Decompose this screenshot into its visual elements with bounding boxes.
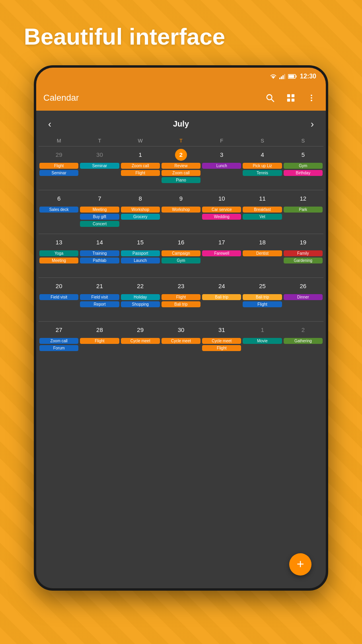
day-cell[interactable]: 7MeetingBuy giftConcert [79, 193, 120, 230]
event-pill[interactable]: Bali trip [162, 301, 200, 307]
event-pill[interactable]: Passport [121, 250, 160, 256]
event-pill[interactable]: Pick up Liz [243, 163, 282, 169]
day-cell[interactable]: 29Cycle meet [120, 324, 161, 362]
event-pill[interactable]: Dentist [243, 250, 282, 256]
event-pill[interactable]: Campaign [162, 250, 200, 256]
prev-month-button[interactable]: ‹ [44, 117, 55, 131]
event-pill[interactable]: Car service [202, 207, 241, 213]
event-pill[interactable]: Flight [243, 301, 282, 307]
event-pill[interactable]: Training [80, 250, 119, 256]
event-pill[interactable]: Dinner [284, 294, 323, 300]
day-cell[interactable]: 1Movie [242, 324, 282, 362]
event-pill[interactable]: Workshop [121, 207, 160, 213]
day-cell[interactable]: 1Zoom callFlight [120, 149, 161, 187]
event-pill[interactable]: Report [80, 301, 119, 307]
day-cell[interactable]: 22HolidayShopping [120, 280, 161, 318]
day-cell[interactable]: 23FlightBali trip [161, 280, 201, 318]
event-pill[interactable]: Flight [39, 163, 78, 169]
event-pill[interactable]: Breakfast [243, 207, 282, 213]
event-pill[interactable]: Workshop [162, 207, 200, 213]
day-cell[interactable]: 25Bali tripFlight [242, 280, 282, 318]
day-cell[interactable]: 31Cycle meetFlight [201, 324, 242, 362]
event-pill[interactable]: Zoom call [162, 170, 200, 176]
event-pill[interactable]: Farewell [202, 250, 241, 256]
day-cell[interactable]: 10Car serviceWedding [201, 193, 242, 230]
month-label: July [173, 119, 189, 129]
event-pill[interactable]: Flight [202, 345, 241, 351]
event-pill[interactable]: Cycle meet [121, 338, 160, 344]
day-cell[interactable]: 16CampaignGym [161, 236, 201, 274]
day-cell[interactable]: 8WorkshopGrocery [120, 193, 161, 230]
day-cell[interactable]: 20Field visit [39, 280, 79, 318]
next-month-button[interactable]: › [307, 117, 318, 131]
more-options-button[interactable] [304, 91, 319, 105]
day-cell[interactable]: 4Pick up LizTennis [242, 149, 282, 187]
day-cell[interactable]: 24Bali trip [201, 280, 242, 318]
day-cell[interactable]: 18Dentist [242, 236, 282, 274]
event-pill[interactable]: Forum [39, 345, 78, 351]
search-button[interactable] [263, 91, 277, 105]
event-pill[interactable]: Wedding [202, 214, 241, 220]
day-cell[interactable]: 13YogaMeeting [39, 236, 79, 274]
event-pill[interactable]: Yoga [39, 250, 78, 256]
day-cell[interactable]: 2Gathering [283, 324, 323, 362]
add-event-fab[interactable]: + [289, 553, 311, 576]
event-pill[interactable]: Concert [80, 221, 119, 227]
day-cell[interactable]: 9Workshop [161, 193, 201, 230]
event-pill[interactable]: Seminar [39, 170, 78, 176]
event-pill[interactable]: Holiday [121, 294, 160, 300]
event-pill[interactable]: Lunch [202, 163, 241, 169]
day-cell[interactable]: 17Farewell [201, 236, 242, 274]
event-pill[interactable]: Meeting [39, 258, 78, 263]
event-pill[interactable]: Vet [243, 214, 282, 220]
event-pill[interactable]: Zoom call [121, 163, 160, 169]
day-cell[interactable]: 19FamilyGardening [283, 236, 323, 274]
event-pill[interactable]: Flight [80, 338, 119, 344]
day-cell[interactable]: 2ReviewZoom callPiano [161, 149, 201, 187]
event-pill[interactable]: Launch [121, 258, 160, 263]
event-pill[interactable]: Bali trip [202, 294, 241, 300]
day-cell[interactable]: 12Park [283, 193, 323, 230]
day-cell[interactable]: 5GymBirthday [283, 149, 323, 187]
event-pill[interactable]: Piano [162, 177, 200, 183]
day-header-tue: T [79, 135, 120, 146]
event-pill[interactable]: Flight [162, 294, 200, 300]
event-pill[interactable]: Gym [162, 258, 200, 263]
day-cell[interactable]: 15PassportLaunch [120, 236, 161, 274]
event-pill[interactable]: Review [162, 163, 200, 169]
event-pill[interactable]: Sales deck [39, 207, 78, 213]
event-pill[interactable]: Zoom call [39, 338, 78, 344]
day-cell[interactable]: 30Seminar [79, 149, 120, 187]
event-pill[interactable]: Gathering [284, 338, 323, 344]
event-pill[interactable]: Gardening [284, 258, 323, 263]
event-pill[interactable]: Grocery [121, 214, 160, 220]
event-pill[interactable]: Cycle meet [202, 338, 241, 344]
day-cell[interactable]: 28Flight [79, 324, 120, 362]
day-cell[interactable]: 26Dinner [283, 280, 323, 318]
event-pill[interactable]: Gym [284, 163, 323, 169]
event-pill[interactable]: Shopping [121, 301, 160, 307]
event-pill[interactable]: Pathlab [80, 258, 119, 263]
event-pill[interactable]: Flight [121, 170, 160, 176]
event-pill[interactable]: Seminar [80, 163, 119, 169]
day-cell[interactable]: 3Lunch [201, 149, 242, 187]
day-cell[interactable]: 6Sales deck [39, 193, 79, 230]
event-pill[interactable]: Bali trip [243, 294, 282, 300]
event-pill[interactable]: Cycle meet [162, 338, 200, 344]
event-pill[interactable]: Buy gift [80, 214, 119, 220]
event-pill[interactable]: Meeting [80, 207, 119, 213]
event-pill[interactable]: Movie [243, 338, 282, 344]
event-pill[interactable]: Park [284, 207, 323, 213]
day-cell[interactable]: 11BreakfastVet [242, 193, 282, 230]
day-cell[interactable]: 14TrainingPathlab [79, 236, 120, 274]
grid-view-button[interactable] [284, 91, 298, 105]
event-pill[interactable]: Tennis [243, 170, 282, 176]
day-cell[interactable]: 29FlightSeminar [39, 149, 79, 187]
event-pill[interactable]: Field visit [39, 294, 78, 300]
event-pill[interactable]: Field visit [80, 294, 119, 300]
event-pill[interactable]: Birthday [284, 170, 323, 176]
day-cell[interactable]: 30Cycle meet [161, 324, 201, 362]
day-cell[interactable]: 27Zoom callForum [39, 324, 79, 362]
event-pill[interactable]: Family [284, 250, 323, 256]
day-cell[interactable]: 21Field visitReport [79, 280, 120, 318]
